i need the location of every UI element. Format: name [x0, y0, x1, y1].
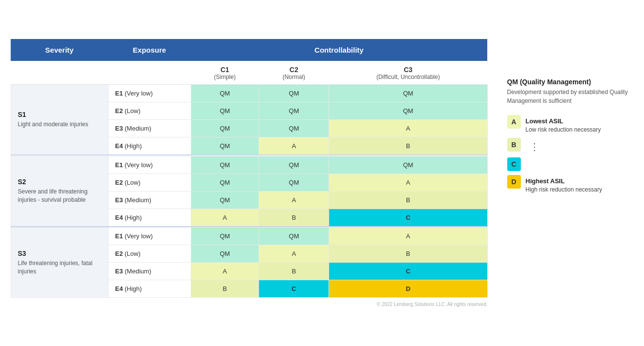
main-table-container: Severity Exposure Controllability C1 (Si…	[11, 39, 488, 307]
cell-c2: C	[259, 280, 329, 298]
cell-c1: A	[191, 209, 259, 227]
table-body: S1Light and moderate injuriesE1 (Very lo…	[11, 85, 487, 298]
cell-c3: QM	[329, 85, 487, 102]
table-row: S3Life threatening injuries, fatal injur…	[11, 228, 487, 245]
cell-c1: QM	[191, 85, 259, 102]
legend-a-text: Lowest ASIL Low risk reduction necessary	[526, 115, 601, 134]
exposure-header: Exposure	[108, 39, 191, 61]
exposure-cell: E4 (High)	[108, 209, 191, 227]
exposure-cell: E2 (Low)	[108, 245, 191, 263]
badge-a: A	[507, 115, 521, 129]
badge-c: C	[507, 157, 521, 171]
cell-c3: C	[329, 263, 487, 280]
exposure-cell: E4 (High)	[108, 137, 191, 155]
legend-item-d: D Highest ASIL High risk reduction neces…	[507, 175, 634, 194]
severity-cell-s3: S3Life threatening injuries, fatal injur…	[11, 228, 108, 298]
cell-c3: QM	[329, 102, 487, 120]
cell-c2: QM	[259, 102, 329, 120]
exposure-cell: E1 (Very low)	[108, 228, 191, 245]
cell-c1: QM	[191, 228, 259, 245]
legend-item-c: C	[507, 157, 634, 171]
cell-c1: A	[191, 263, 259, 280]
severity-sub	[11, 61, 108, 85]
cell-c3: D	[329, 280, 487, 298]
legend-item-a: A Lowest ASIL Low risk reduction necessa…	[507, 115, 634, 134]
cell-c2: B	[259, 263, 329, 280]
legend-items: A Lowest ASIL Low risk reduction necessa…	[507, 115, 634, 194]
exposure-cell: E3 (Medium)	[108, 191, 191, 209]
dots-indicator: ⋮	[530, 140, 540, 154]
exposure-cell: E1 (Very low)	[108, 156, 191, 173]
cell-c1: QM	[191, 137, 259, 155]
exposure-cell: E4 (High)	[108, 280, 191, 298]
severity-header: Severity	[11, 39, 108, 61]
c1-header: C1 (Simple)	[191, 61, 259, 85]
cell-c3: C	[329, 209, 487, 227]
exposure-cell: E2 (Low)	[108, 102, 191, 120]
qm-desc: Development supported by established Qua…	[507, 88, 634, 105]
legend-item-b: B ⋮	[507, 138, 634, 154]
cell-c3: QM	[329, 156, 487, 173]
cell-c2: QM	[259, 173, 329, 191]
legend-d-text: Highest ASIL High risk reduction necessa…	[526, 175, 602, 194]
legend-b-text: ⋮	[526, 138, 540, 154]
severity-cell-s2: S2Severe and life threatening injuries -…	[11, 156, 108, 227]
cell-c2: QM	[259, 156, 329, 173]
qm-title: QM (Quality Management)	[507, 78, 634, 86]
cell-c3: A	[329, 173, 487, 191]
cell-c3: A	[329, 120, 487, 137]
cell-c1: QM	[191, 191, 259, 209]
cell-c3: B	[329, 191, 487, 209]
controllability-header: Controllability	[191, 39, 487, 61]
exposure-cell: E3 (Medium)	[108, 120, 191, 137]
cell-c1: B	[191, 280, 259, 298]
table-row: S1Light and moderate injuriesE1 (Very lo…	[11, 85, 487, 102]
cell-c1: QM	[191, 173, 259, 191]
severity-cell-s1: S1Light and moderate injuries	[11, 85, 108, 155]
c3-header: C3 (Difficult, Uncontrollable)	[329, 61, 487, 85]
badge-d: D	[507, 175, 521, 189]
cell-c2: B	[259, 209, 329, 227]
legend-panel: QM (Quality Management) Development supp…	[507, 39, 634, 202]
cell-c2: QM	[259, 228, 329, 245]
copyright: © 2022 Lemberg Solutions LLC. All rights…	[11, 302, 488, 307]
exposure-cell: E2 (Low)	[108, 173, 191, 191]
cell-c1: QM	[191, 245, 259, 263]
subheader-row: C1 (Simple) C2 (Normal) C3 (Difficult, U…	[11, 61, 487, 85]
badge-b: B	[507, 138, 521, 152]
exposure-cell: E1 (Very low)	[108, 85, 191, 102]
page-wrapper: Severity Exposure Controllability C1 (Si…	[11, 39, 634, 307]
asil-table: Severity Exposure Controllability C1 (Si…	[11, 39, 488, 298]
cell-c1: QM	[191, 102, 259, 120]
exposure-sub	[108, 61, 191, 85]
exposure-cell: E3 (Medium)	[108, 263, 191, 280]
cell-c2: QM	[259, 120, 329, 137]
cell-c2: A	[259, 245, 329, 263]
main-header-row: Severity Exposure Controllability	[11, 39, 487, 61]
cell-c2: QM	[259, 85, 329, 102]
cell-c3: A	[329, 228, 487, 245]
cell-c2: A	[259, 191, 329, 209]
table-row: S2Severe and life threatening injuries -…	[11, 156, 487, 173]
cell-c1: QM	[191, 156, 259, 173]
cell-c3: B	[329, 245, 487, 263]
cell-c2: A	[259, 137, 329, 155]
c2-header: C2 (Normal)	[259, 61, 329, 85]
cell-c3: B	[329, 137, 487, 155]
cell-c1: QM	[191, 120, 259, 137]
